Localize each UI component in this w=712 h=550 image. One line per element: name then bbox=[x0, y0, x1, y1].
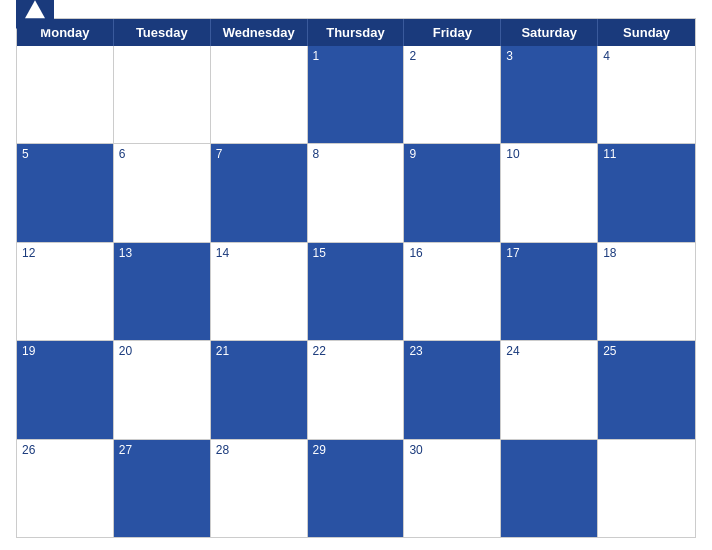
day-number: 19 bbox=[22, 344, 35, 358]
header-day-tuesday: Tuesday bbox=[114, 19, 211, 46]
day-cell-4: 4 bbox=[598, 46, 695, 143]
day-cell-24: 24 bbox=[501, 341, 598, 438]
calendar-week-1: 1234 bbox=[17, 46, 695, 144]
day-number: 18 bbox=[603, 246, 616, 260]
day-cell-21: 21 bbox=[211, 341, 308, 438]
calendar-week-2: 567891011 bbox=[17, 144, 695, 242]
header-day-friday: Friday bbox=[404, 19, 501, 46]
header-day-thursday: Thursday bbox=[308, 19, 405, 46]
day-cell-28: 28 bbox=[211, 440, 308, 537]
day-number: 21 bbox=[216, 344, 229, 358]
header-day-sunday: Sunday bbox=[598, 19, 695, 46]
day-cell-11: 11 bbox=[598, 144, 695, 241]
day-number: 25 bbox=[603, 344, 616, 358]
calendar-week-5: 2627282930 bbox=[17, 440, 695, 537]
calendar-week-4: 19202122232425 bbox=[17, 341, 695, 439]
day-number: 2 bbox=[409, 49, 416, 63]
day-cell-1: 1 bbox=[308, 46, 405, 143]
day-cell-23: 23 bbox=[404, 341, 501, 438]
logo bbox=[16, 0, 58, 30]
day-cell-30: 30 bbox=[404, 440, 501, 537]
day-cell-18: 18 bbox=[598, 243, 695, 340]
day-number: 10 bbox=[506, 147, 519, 161]
day-cell-22: 22 bbox=[308, 341, 405, 438]
day-cell-29: 29 bbox=[308, 440, 405, 537]
empty-cell bbox=[114, 46, 211, 143]
day-number: 6 bbox=[119, 147, 126, 161]
day-cell-19: 19 bbox=[17, 341, 114, 438]
day-number: 30 bbox=[409, 443, 422, 457]
day-number: 28 bbox=[216, 443, 229, 457]
day-number: 20 bbox=[119, 344, 132, 358]
day-number: 3 bbox=[506, 49, 513, 63]
day-number: 17 bbox=[506, 246, 519, 260]
day-number: 23 bbox=[409, 344, 422, 358]
day-number: 14 bbox=[216, 246, 229, 260]
day-cell-25: 25 bbox=[598, 341, 695, 438]
day-cell-7: 7 bbox=[211, 144, 308, 241]
calendar-grid: MondayTuesdayWednesdayThursdayFridaySatu… bbox=[16, 18, 696, 538]
day-number: 26 bbox=[22, 443, 35, 457]
day-number: 24 bbox=[506, 344, 519, 358]
day-number: 13 bbox=[119, 246, 132, 260]
day-number: 8 bbox=[313, 147, 320, 161]
day-number: 11 bbox=[603, 147, 616, 161]
day-number: 7 bbox=[216, 147, 223, 161]
day-number: 5 bbox=[22, 147, 29, 161]
calendar-page: MondayTuesdayWednesdayThursdayFridaySatu… bbox=[0, 0, 712, 550]
day-cell-5: 5 bbox=[17, 144, 114, 241]
empty-cell bbox=[17, 46, 114, 143]
empty-cell bbox=[598, 440, 695, 537]
header-day-wednesday: Wednesday bbox=[211, 19, 308, 46]
day-number: 29 bbox=[313, 443, 326, 457]
calendar-week-3: 12131415161718 bbox=[17, 243, 695, 341]
empty-cell bbox=[211, 46, 308, 143]
day-cell-17: 17 bbox=[501, 243, 598, 340]
day-cell-16: 16 bbox=[404, 243, 501, 340]
day-cell-13: 13 bbox=[114, 243, 211, 340]
day-cell-10: 10 bbox=[501, 144, 598, 241]
calendar-body: 1234567891011121314151617181920212223242… bbox=[17, 46, 695, 537]
day-number: 4 bbox=[603, 49, 610, 63]
day-cell-26: 26 bbox=[17, 440, 114, 537]
logo-icon bbox=[16, 0, 54, 30]
day-number: 12 bbox=[22, 246, 35, 260]
day-cell-20: 20 bbox=[114, 341, 211, 438]
day-cell-12: 12 bbox=[17, 243, 114, 340]
calendar-header-row: MondayTuesdayWednesdayThursdayFridaySatu… bbox=[17, 19, 695, 46]
empty-cell bbox=[501, 440, 598, 537]
day-number: 22 bbox=[313, 344, 326, 358]
day-cell-6: 6 bbox=[114, 144, 211, 241]
day-number: 15 bbox=[313, 246, 326, 260]
day-number: 16 bbox=[409, 246, 422, 260]
day-cell-14: 14 bbox=[211, 243, 308, 340]
day-cell-9: 9 bbox=[404, 144, 501, 241]
day-cell-2: 2 bbox=[404, 46, 501, 143]
day-cell-15: 15 bbox=[308, 243, 405, 340]
day-cell-3: 3 bbox=[501, 46, 598, 143]
header-day-saturday: Saturday bbox=[501, 19, 598, 46]
day-cell-27: 27 bbox=[114, 440, 211, 537]
day-number: 1 bbox=[313, 49, 320, 63]
day-number: 9 bbox=[409, 147, 416, 161]
day-cell-8: 8 bbox=[308, 144, 405, 241]
day-number: 27 bbox=[119, 443, 132, 457]
